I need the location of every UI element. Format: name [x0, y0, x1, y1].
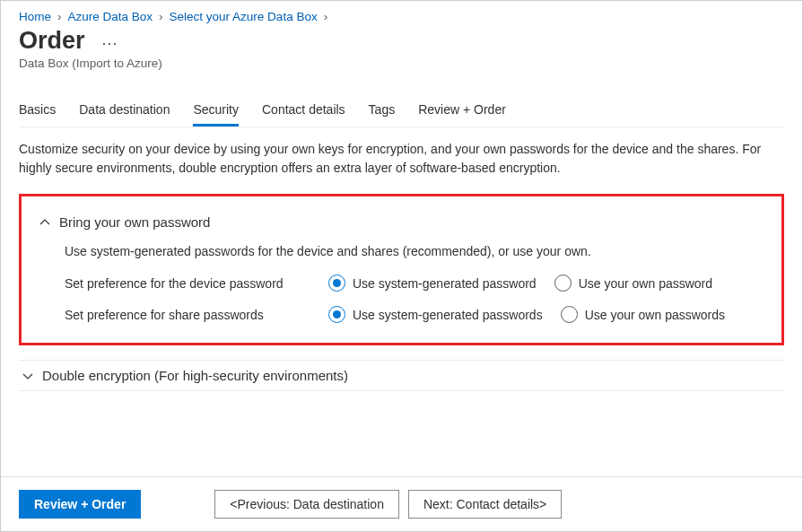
breadcrumb: Home › Azure Data Box › Select your Azur…	[19, 10, 784, 23]
tabs: Basics Data destination Security Contact…	[19, 95, 784, 127]
page-root: Home › Azure Data Box › Select your Azur…	[0, 0, 803, 532]
radio-icon	[328, 306, 345, 323]
expander-double-encryption-header[interactable]: Double encryption (For high-security env…	[19, 362, 784, 388]
radio-label: Use your own password	[579, 276, 712, 291]
radio-icon	[554, 275, 572, 292]
radio-icon	[561, 306, 578, 323]
expander-double-encryption-title: Double encryption (For high-security env…	[42, 368, 348, 383]
share-passwords-radioset: Use system-generated passwords Use your …	[328, 306, 743, 323]
tab-security[interactable]: Security	[193, 95, 239, 126]
footer-bar: Review + Order <Previous: Data destinati…	[1, 476, 802, 531]
device-password-radioset: Use system-generated password Use your o…	[328, 275, 730, 292]
share-passwords-row: Set preference for share passwords Use s…	[65, 306, 767, 323]
review-order-button[interactable]: Review + Order	[19, 490, 141, 519]
title-row: Order ⋯	[19, 27, 784, 55]
device-password-row: Set preference for the device password U…	[65, 275, 767, 292]
device-password-label: Set preference for the device password	[65, 276, 328, 291]
tab-data-destination[interactable]: Data destination	[79, 95, 170, 126]
tab-review-order[interactable]: Review + Order	[418, 95, 506, 126]
radio-share-own-passwords[interactable]: Use your own passwords	[561, 306, 725, 323]
tab-basics[interactable]: Basics	[19, 95, 56, 126]
tab-contact-details[interactable]: Contact details	[262, 95, 345, 126]
page-subtitle: Data Box (Import to Azure)	[19, 57, 784, 70]
share-passwords-label: Set preference for share passwords	[65, 308, 328, 322]
breadcrumb-azure-data-box[interactable]: Azure Data Box	[68, 10, 153, 23]
radio-label: Use your own passwords	[585, 308, 725, 322]
previous-button[interactable]: <Previous: Data destination	[214, 490, 399, 519]
expander-double-encryption: Double encryption (For high-security env…	[19, 360, 784, 391]
tab-tags[interactable]: Tags	[369, 95, 396, 126]
more-actions-button[interactable]: ⋯	[101, 31, 118, 51]
chevron-right-icon: ›	[324, 10, 328, 23]
expander-bring-password-title: Bring your own password	[59, 214, 210, 230]
content-area: Home › Azure Data Box › Select your Azur…	[1, 1, 802, 476]
expander-bring-password-header[interactable]: Bring your own password	[36, 209, 767, 235]
next-button[interactable]: Next: Contact details>	[408, 490, 562, 519]
security-description: Customize security on your device by usi…	[19, 140, 784, 178]
chevron-right-icon: ›	[57, 10, 62, 23]
page-title: Order	[19, 27, 85, 55]
highlight-bring-your-own-password: Bring your own password Use system-gener…	[19, 194, 784, 345]
radio-device-own-password[interactable]: Use your own password	[554, 275, 712, 292]
radio-label: Use system-generated passwords	[353, 308, 543, 322]
radio-device-system-generated[interactable]: Use system-generated password	[328, 275, 537, 292]
radio-icon	[328, 275, 345, 292]
chevron-up-icon	[36, 217, 54, 228]
radio-label: Use system-generated password	[353, 276, 537, 291]
breadcrumb-select-data-box[interactable]: Select your Azure Data Box	[170, 10, 318, 23]
bring-password-description: Use system-generated passwords for the d…	[65, 244, 767, 258]
breadcrumb-home[interactable]: Home	[19, 10, 51, 23]
radio-share-system-generated[interactable]: Use system-generated passwords	[328, 306, 543, 323]
chevron-right-icon: ›	[159, 10, 163, 23]
nav-button-group: <Previous: Data destination Next: Contac…	[214, 490, 571, 519]
chevron-down-icon	[19, 371, 37, 381]
expander-bring-password-body: Use system-generated passwords for the d…	[36, 235, 767, 323]
